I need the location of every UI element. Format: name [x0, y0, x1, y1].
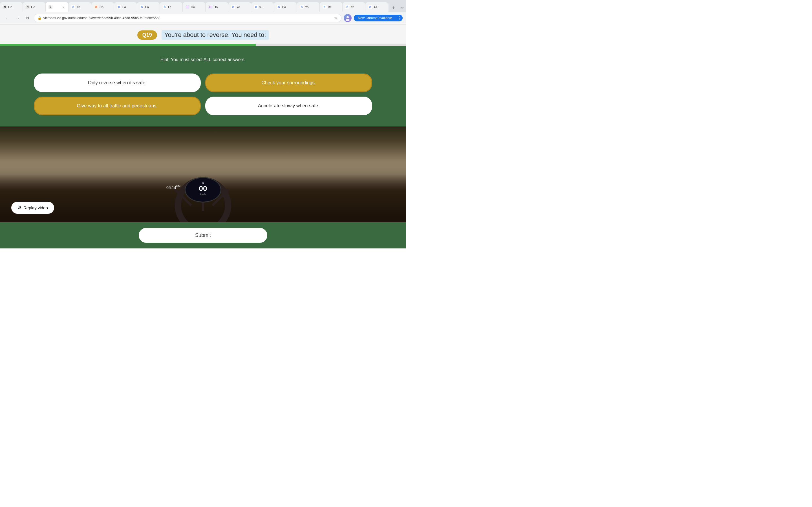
browser-tab-9[interactable]: H Ho — [206, 2, 228, 12]
answers-grid: Only reverse when it's safe.Check your s… — [34, 73, 372, 115]
submit-button[interactable]: Submit — [139, 228, 267, 243]
browser-tab-16[interactable]: G As — [365, 2, 388, 12]
new-tab-button[interactable]: + — [390, 4, 398, 12]
url-text: vicroads.vic.gov.au/olt/course-player/fe… — [43, 16, 333, 20]
browser-tab-14[interactable]: G Be — [320, 2, 342, 12]
answer-button-0[interactable]: Only reverse when it's safe. — [34, 73, 201, 92]
back-button[interactable]: ← — [3, 14, 11, 22]
forward-button[interactable]: → — [13, 14, 21, 22]
question-title-row: Q19 You're about to reverse. You need to… — [137, 30, 269, 40]
browser-tab-17[interactable]: G Af — [388, 2, 389, 12]
browser-tab-13[interactable]: G Yo — [297, 2, 319, 12]
question-header: Q19 You're about to reverse. You need to… — [0, 24, 406, 46]
address-bar[interactable]: 🔒 vicroads.vic.gov.au/olt/course-player/… — [34, 14, 342, 22]
reload-button[interactable]: ↻ — [24, 14, 32, 22]
replay-video-button[interactable]: ↺ Replay video — [11, 202, 54, 214]
gear-display: R — [202, 181, 204, 184]
tab-overflow-button[interactable] — [398, 4, 406, 12]
answer-button-1[interactable]: Check your surroundings. — [205, 73, 372, 92]
hint-text: Hint: You must select ALL correct answer… — [22, 57, 384, 62]
browser-tab-8[interactable]: H Ho — [183, 2, 205, 12]
browser-tab-11[interactable]: G ti... — [251, 2, 274, 12]
progress-bar-fill — [0, 44, 256, 46]
replay-icon: ↺ — [17, 205, 21, 210]
video-area: R 00 km/h 05:14PM ↺ Replay video — [0, 126, 406, 222]
progress-bar-container — [0, 44, 406, 46]
browser-tab-4[interactable]: C Ch — [91, 2, 114, 12]
svg-point-1 — [346, 19, 350, 21]
browser-tab-10[interactable]: G Yo — [229, 2, 251, 12]
update-chrome-button[interactable]: New Chrome available — [354, 15, 396, 21]
answer-button-2[interactable]: Give way to all traffic and pedestrians. — [34, 97, 201, 115]
lock-icon: 🔒 — [38, 16, 42, 20]
browser-tab-15[interactable]: G Yo — [343, 2, 365, 12]
browser-tab-12[interactable]: G Ba — [274, 2, 297, 12]
page-content: Q19 You're about to reverse. You need to… — [0, 24, 406, 248]
browser-tab-2[interactable]: N ✕ — [46, 2, 68, 12]
tab-bar: N Lic N Lic N ✕ G Yo C Ch G Fa G Fa — [0, 0, 406, 12]
quiz-area: Hint: You must select ALL correct answer… — [0, 46, 406, 126]
browser-tab-5[interactable]: G Fa — [114, 2, 137, 12]
browser-tab-0[interactable]: N Lic — [0, 2, 22, 12]
svg-point-0 — [347, 16, 349, 18]
omnibox-bar: ← → ↻ 🔒 vicroads.vic.gov.au/olt/course-p… — [0, 12, 406, 24]
clock-display: 05:14PM — [166, 185, 181, 190]
browser-tab-3[interactable]: G Yo — [68, 2, 91, 12]
answer-button-3[interactable]: Accelerate slowly when safe. — [205, 97, 372, 115]
browser-tab-6[interactable]: G Fa — [137, 2, 160, 12]
browser-tab-1[interactable]: N Lic — [23, 2, 45, 12]
browser-chrome: N Lic N Lic N ✕ G Yo C Ch G Fa G Fa — [0, 0, 406, 24]
speed-display: 00 — [199, 184, 207, 193]
bookmark-icon[interactable]: ☆ — [334, 16, 338, 20]
update-chrome-container: New Chrome available ⋮ — [354, 15, 403, 21]
question-badge: Q19 — [137, 31, 157, 40]
browser-tab-7[interactable]: G Le — [160, 2, 183, 12]
question-title: You're about to reverse. You need to: — [161, 30, 269, 40]
submit-area: Submit — [0, 222, 406, 248]
update-menu-button[interactable]: ⋮ — [396, 15, 403, 21]
profile-avatar[interactable] — [344, 14, 352, 22]
